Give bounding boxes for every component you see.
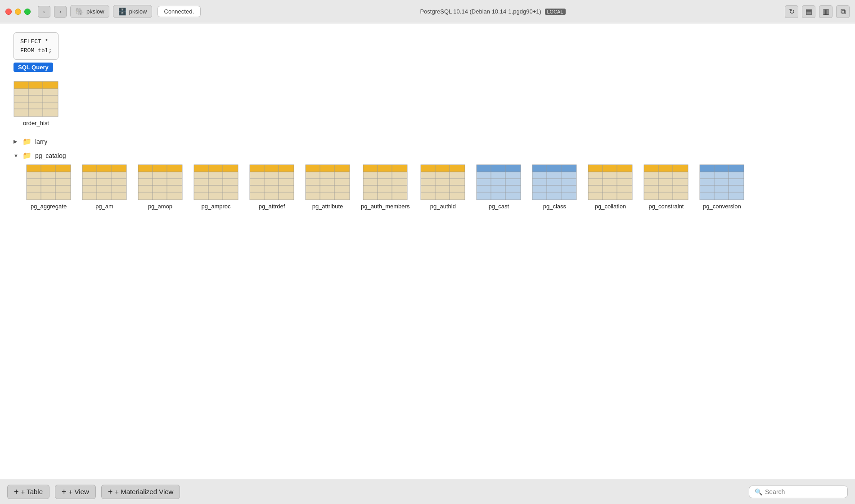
svg-rect-184	[477, 179, 491, 185]
back-button[interactable]: ‹	[38, 6, 50, 18]
svg-rect-244	[644, 179, 658, 185]
svg-rect-145	[378, 179, 392, 185]
svg-rect-63	[167, 172, 182, 179]
database-icon: 🗄️	[118, 7, 127, 16]
svg-rect-46	[111, 179, 126, 185]
table-thumb-pg-authid	[420, 164, 465, 200]
table-item-pg-auth-members[interactable]: pg_auth_members	[361, 164, 410, 210]
svg-rect-262	[714, 172, 729, 179]
svg-rect-22	[41, 172, 55, 179]
svg-rect-170	[421, 192, 435, 200]
svg-rect-201	[532, 172, 547, 179]
svg-rect-64	[138, 179, 153, 185]
svg-rect-143	[392, 172, 407, 179]
svg-rect-9	[43, 102, 58, 109]
svg-rect-129	[334, 185, 350, 192]
table-item-pg-collation[interactable]: pg_collation	[588, 164, 633, 210]
maximize-button[interactable]	[24, 9, 31, 15]
add-materialized-view-button[interactable]: + + Materialized View	[101, 485, 180, 499]
schema-group-pg-catalog: ▼ 📁 pg_catalog	[14, 151, 842, 210]
svg-rect-171	[435, 192, 450, 200]
folder-icon-pg-catalog: 📁	[22, 151, 32, 160]
refresh-button[interactable]: ↻	[785, 5, 798, 18]
svg-rect-241	[644, 172, 658, 179]
svg-rect-6	[43, 95, 58, 102]
svg-rect-102	[264, 172, 279, 179]
svg-rect-261	[700, 172, 714, 179]
svg-rect-80	[194, 165, 238, 172]
svg-rect-242	[658, 172, 673, 179]
svg-rect-28	[41, 185, 55, 192]
schema-header-larry[interactable]: ▶ 📁 larry	[14, 137, 842, 146]
table-item-pg-constraint[interactable]: pg_constraint	[644, 164, 688, 210]
svg-rect-62	[153, 172, 167, 179]
svg-rect-228	[603, 185, 617, 192]
table-item-pg-aggregate[interactable]: pg_aggregate	[26, 164, 71, 210]
db-tab-1[interactable]: 🐘 pkslow	[70, 5, 109, 18]
svg-rect-27	[27, 185, 41, 192]
svg-rect-265	[714, 179, 729, 185]
table-item-pg-attrdef[interactable]: pg_attrdef	[249, 164, 294, 210]
table-item-pg-attribute[interactable]: pg_attribute	[305, 164, 350, 210]
svg-rect-207	[532, 185, 547, 192]
svg-rect-92	[223, 192, 238, 200]
svg-rect-85	[208, 179, 223, 185]
svg-rect-21	[27, 172, 41, 179]
add-table-button[interactable]: + + Table	[7, 485, 50, 499]
svg-rect-66	[167, 179, 182, 185]
sql-query-label[interactable]: SQL Query	[14, 63, 53, 72]
svg-rect-181	[477, 172, 491, 179]
svg-rect-25	[41, 179, 55, 185]
svg-rect-172	[450, 192, 465, 200]
table-item-pg-cast[interactable]: pg_cast	[476, 164, 521, 210]
svg-rect-247	[644, 185, 658, 192]
svg-rect-146	[392, 179, 407, 185]
svg-rect-191	[491, 192, 505, 200]
svg-rect-107	[250, 185, 264, 192]
sidebar-right-button[interactable]: ▥	[819, 5, 832, 18]
svg-rect-267	[700, 185, 714, 192]
schema-header-pg-catalog[interactable]: ▼ 📁 pg_catalog	[14, 151, 842, 160]
table-item-order-hist[interactable]: order_hist	[14, 81, 58, 126]
svg-rect-32	[55, 192, 71, 200]
table-name-pg-amop: pg_amop	[148, 203, 172, 210]
svg-rect-185	[491, 179, 505, 185]
svg-rect-246	[673, 179, 688, 185]
svg-rect-220	[588, 165, 632, 172]
table-item-pg-class[interactable]: pg_class	[532, 164, 577, 210]
search-input[interactable]	[765, 488, 842, 495]
svg-rect-206	[561, 179, 576, 185]
svg-rect-192	[505, 192, 521, 200]
minimize-button[interactable]	[15, 9, 21, 15]
table-item-pg-am[interactable]: pg_am	[82, 164, 127, 210]
add-materialized-view-label: + Materialized View	[115, 488, 173, 495]
close-button[interactable]	[5, 9, 12, 15]
svg-rect-100	[250, 165, 294, 172]
svg-rect-152	[392, 192, 407, 200]
sidebar-left-button[interactable]: ▤	[802, 5, 815, 18]
db-tab-1-label: pkslow	[86, 8, 104, 15]
svg-rect-2	[28, 89, 43, 95]
svg-rect-183	[505, 172, 521, 179]
svg-rect-144	[363, 179, 378, 185]
table-item-pg-amop[interactable]: pg_amop	[138, 164, 183, 210]
table-item-pg-amproc[interactable]: pg_amproc	[194, 164, 238, 210]
svg-rect-65	[153, 179, 167, 185]
window-button[interactable]: ⧉	[836, 5, 850, 18]
forward-button[interactable]: ›	[54, 6, 67, 18]
table-name-order-hist: order_hist	[23, 120, 49, 126]
svg-rect-91	[208, 192, 223, 200]
sql-query-card[interactable]: SELECT * FROM tbl;	[14, 32, 58, 60]
svg-rect-230	[588, 192, 603, 200]
svg-rect-272	[729, 192, 744, 200]
add-view-button[interactable]: + + View	[55, 485, 96, 499]
search-icon: 🔍	[755, 488, 762, 495]
search-box[interactable]: 🔍	[749, 486, 848, 498]
table-item-pg-conversion[interactable]: pg_conversion	[699, 164, 744, 210]
table-item-pg-authid[interactable]: pg_authid	[420, 164, 465, 210]
svg-rect-31	[41, 192, 55, 200]
chevron-right-icon: ▶	[14, 139, 19, 144]
svg-rect-227	[588, 185, 603, 192]
svg-rect-40	[82, 165, 126, 172]
db-tab-2[interactable]: 🗄️ pkslow	[113, 5, 152, 18]
